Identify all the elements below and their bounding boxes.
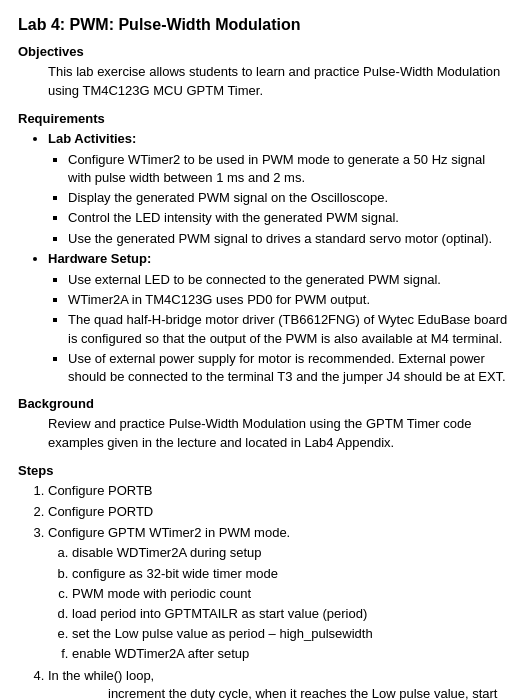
hardware-setup-label: Hardware Setup: bbox=[48, 251, 151, 266]
list-item: load period into GPTMTAILR as start valu… bbox=[72, 605, 510, 623]
lab-activities-subitems: Configure WTimer2 to be used in PWM mode… bbox=[68, 151, 510, 248]
list-item: Configure WTimer2 to be used in PWM mode… bbox=[68, 151, 510, 187]
list-item: WTimer2A in TM4C123G uses PD0 for PWM ou… bbox=[68, 291, 510, 309]
step-3-subitems: disable WDTimer2A during setup configure… bbox=[72, 544, 510, 663]
lab-activities-item: Lab Activities: Configure WTimer2 to be … bbox=[48, 130, 510, 248]
steps-heading: Steps bbox=[18, 463, 510, 478]
step-3-text: Configure GPTM WTimer2 in PWM mode. bbox=[48, 525, 290, 540]
lab-activities-label: Lab Activities: bbox=[48, 131, 136, 146]
step-1: Configure PORTB bbox=[48, 482, 510, 500]
requirements-list: Lab Activities: Configure WTimer2 to be … bbox=[48, 130, 510, 386]
step-4-text: In the while() loop, bbox=[48, 668, 154, 683]
list-item: Use of external power supply for motor i… bbox=[68, 350, 510, 386]
list-item: PWM mode with periodic count bbox=[72, 585, 510, 603]
hardware-setup-subitems: Use external LED to be connected to the … bbox=[68, 271, 510, 386]
list-item: set the Low pulse value as period – high… bbox=[72, 625, 510, 643]
list-item: Use the generated PWM signal to drives a… bbox=[68, 230, 510, 248]
objectives-heading: Objectives bbox=[18, 44, 510, 59]
step-2: Configure PORTD bbox=[48, 503, 510, 521]
page-title: Lab 4: PWM: Pulse-Width Modulation bbox=[18, 16, 510, 34]
step-4-extra: increment the duty cycle, when it reache… bbox=[108, 685, 510, 700]
background-body: Review and practice Pulse-Width Modulati… bbox=[48, 415, 510, 453]
list-item: enable WDTimer2A after setup bbox=[72, 645, 510, 663]
step-4: In the while() loop, increment the duty … bbox=[48, 667, 510, 701]
background-heading: Background bbox=[18, 396, 510, 411]
list-item: Control the LED intensity with the gener… bbox=[68, 209, 510, 227]
list-item: disable WDTimer2A during setup bbox=[72, 544, 510, 562]
list-item: Display the generated PWM signal on the … bbox=[68, 189, 510, 207]
list-item: Use external LED to be connected to the … bbox=[68, 271, 510, 289]
requirements-heading: Requirements bbox=[18, 111, 510, 126]
list-item: The quad half-H-bridge motor driver (TB6… bbox=[68, 311, 510, 347]
steps-list: Configure PORTB Configure PORTD Configur… bbox=[48, 482, 510, 700]
objectives-body: This lab exercise allows students to lea… bbox=[48, 63, 510, 101]
hardware-setup-item: Hardware Setup: Use external LED to be c… bbox=[48, 250, 510, 386]
step-3: Configure GPTM WTimer2 in PWM mode. disa… bbox=[48, 524, 510, 663]
list-item: configure as 32-bit wide timer mode bbox=[72, 565, 510, 583]
